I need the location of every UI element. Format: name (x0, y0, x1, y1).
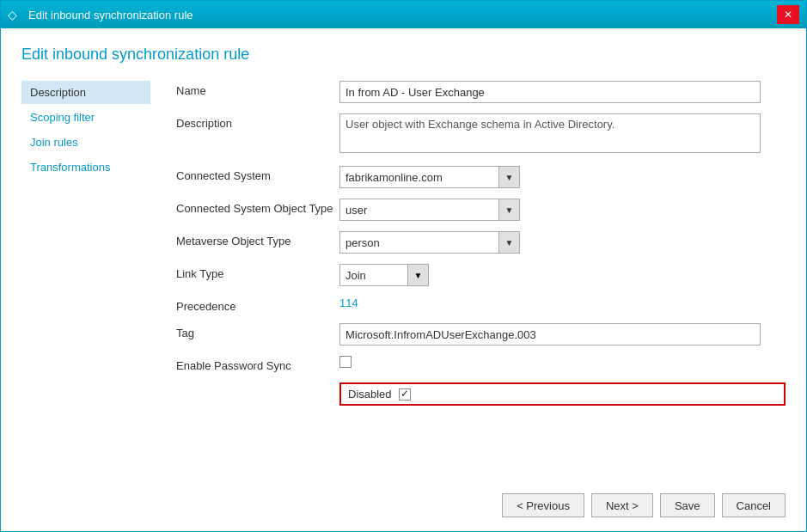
title-bar-text: Edit inbound synchronization rule (28, 9, 193, 21)
value-description: User object with Exchange schema in Acti… (339, 113, 761, 156)
form-row-link-type: Link Type ▼ (176, 264, 786, 286)
label-link-type: Link Type (176, 264, 339, 280)
chevron-down-icon-3[interactable]: ▼ (498, 232, 519, 253)
footer: < Previous Next > Save Cancel (21, 483, 786, 517)
label-cs-object-type: Connected System Object Type (176, 199, 339, 215)
form-row-connected-system: Connected System fabrikamonline.com ▼ (176, 166, 786, 188)
value-mv-object-type: person ▼ (339, 231, 786, 254)
label-tag: Tag (176, 323, 339, 339)
input-tag[interactable] (339, 323, 761, 345)
select-cs-object-type-text: user (340, 202, 498, 218)
form-row-tag: Tag (176, 323, 786, 345)
save-button[interactable]: Save (660, 493, 715, 517)
checkbox-password-sync[interactable] (339, 356, 352, 368)
sidebar-item-join-rules[interactable]: Join rules (21, 131, 150, 154)
value-password-sync (339, 356, 786, 368)
label-password-sync: Enable Password Sync (176, 356, 339, 372)
title-bar: ◇ Edit inbound synchronization rule ✕ (1, 1, 806, 28)
select-mv-object-type-text: person (340, 235, 498, 251)
value-link-type: ▼ (339, 264, 786, 286)
form-row-mv-object-type: Metaverse Object Type person ▼ (176, 231, 786, 254)
window-body: Edit inbound synchronization rule Descri… (1, 28, 806, 531)
input-link-type[interactable] (339, 264, 408, 286)
input-name[interactable] (339, 81, 761, 103)
cancel-button[interactable]: Cancel (722, 493, 786, 517)
main-content: Name Description User object with Exchan… (159, 81, 786, 483)
value-name (339, 81, 761, 103)
content-area: Description Scoping filter Join rules Tr… (21, 81, 786, 483)
link-type-wrapper: ▼ (339, 264, 786, 286)
label-connected-system: Connected System (176, 166, 339, 182)
label-mv-object-type: Metaverse Object Type (176, 231, 339, 248)
select-connected-system[interactable]: fabrikamonline.com ▼ (339, 166, 520, 188)
form-row-disabled: Disabled (176, 382, 786, 406)
select-cs-object-type[interactable]: user ▼ (339, 199, 520, 221)
form-row-cs-object-type: Connected System Object Type user ▼ (176, 199, 786, 221)
next-button[interactable]: Next > (591, 493, 653, 517)
window-icon: ◇ (8, 8, 21, 21)
checkbox-disabled[interactable] (399, 388, 411, 401)
label-name: Name (176, 81, 339, 97)
previous-button[interactable]: < Previous (502, 493, 584, 517)
form-row-precedence: Precedence 114 (176, 297, 786, 313)
chevron-down-icon-4[interactable]: ▼ (408, 264, 429, 286)
main-window: ◇ Edit inbound synchronization rule ✕ Ed… (0, 0, 807, 532)
close-button[interactable]: ✕ (777, 5, 799, 24)
sidebar: Description Scoping filter Join rules Tr… (21, 81, 159, 483)
sidebar-item-scoping-filter[interactable]: Scoping filter (21, 106, 150, 129)
checkbox-row-password-sync (339, 356, 786, 368)
precedence-value: 114 (339, 297, 358, 309)
label-description: Description (176, 113, 339, 130)
sidebar-item-description[interactable]: Description (21, 81, 150, 104)
form-row-password-sync: Enable Password Sync (176, 356, 786, 372)
disabled-label: Disabled (348, 388, 392, 401)
sidebar-item-transformations[interactable]: Transformations (21, 156, 150, 179)
value-disabled: Disabled (339, 382, 786, 406)
label-precedence: Precedence (176, 297, 339, 313)
value-connected-system: fabrikamonline.com ▼ (339, 166, 786, 188)
value-cs-object-type: user ▼ (339, 199, 786, 221)
page-title: Edit inbound synchronization rule (21, 46, 786, 64)
disabled-highlight-box: Disabled (339, 382, 786, 406)
select-mv-object-type[interactable]: person ▼ (339, 231, 520, 254)
label-disabled-spacer (176, 382, 339, 386)
title-bar-left: ◇ Edit inbound synchronization rule (8, 8, 193, 21)
chevron-down-icon[interactable]: ▼ (498, 167, 519, 187)
select-connected-system-text: fabrikamonline.com (340, 169, 498, 186)
form-row-name: Name (176, 81, 786, 103)
value-tag (339, 323, 761, 345)
form-row-description: Description User object with Exchange sc… (176, 113, 786, 156)
value-precedence: 114 (339, 297, 786, 309)
chevron-down-icon-2[interactable]: ▼ (498, 199, 519, 220)
textarea-description[interactable]: User object with Exchange schema in Acti… (339, 113, 761, 153)
